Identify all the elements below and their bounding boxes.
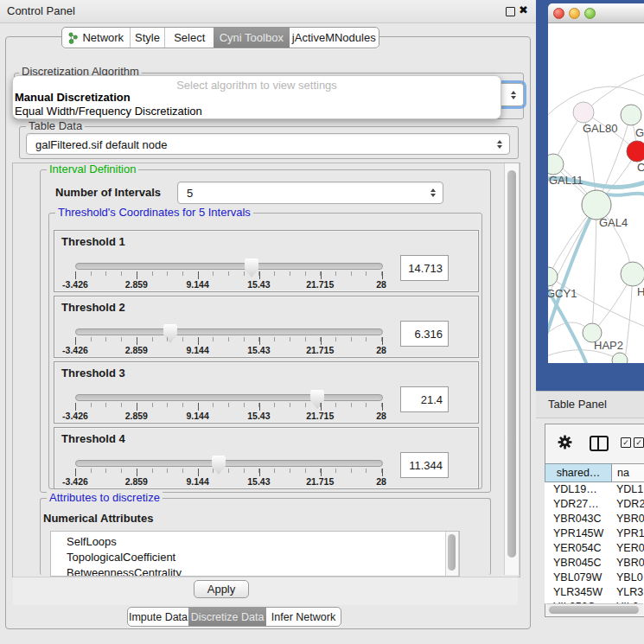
slider-track[interactable] (75, 328, 383, 335)
slider-track[interactable] (75, 263, 383, 270)
tick-label: 28 (376, 476, 386, 487)
threshold-3-label: Threshold 3 (61, 367, 125, 379)
float-window-icon[interactable] (506, 7, 515, 16)
tab-jactivemnodules[interactable]: jActiveMNodules (290, 28, 379, 48)
node-label: C (637, 161, 644, 174)
threshold-1-label: Threshold 1 (61, 235, 125, 248)
tab-network[interactable]: Network (62, 28, 130, 48)
slider-tick-marks (75, 403, 382, 407)
tab-impute-data[interactable]: Impute Data (128, 608, 188, 626)
zoom-traffic-light-icon[interactable] (584, 8, 596, 19)
list-item[interactable]: TopologicalCoefficient (67, 551, 175, 564)
tick-label: 9.144 (186, 411, 208, 421)
tick-label: 28 (376, 345, 386, 355)
node-selected-red[interactable] (627, 141, 644, 162)
list-item[interactable]: BetweennessCentrality (67, 566, 182, 577)
list-item[interactable]: SelfLoops (67, 535, 117, 548)
node-label: GAL4 (599, 216, 628, 229)
number-of-intervals-label: Number of Intervals (55, 186, 161, 199)
tab-discretize-data[interactable]: Discretize Data (188, 608, 266, 626)
table-row[interactable]: YER054CYER0 (545, 541, 644, 556)
tick-label: 2.859 (125, 345, 148, 355)
threshold-1-value-field[interactable]: 14.713 (400, 255, 449, 281)
panel-title: Control Panel (7, 4, 75, 17)
column-header-name[interactable]: na (612, 463, 644, 482)
threshold-4-value-field[interactable]: 11.344 (400, 452, 449, 478)
list-scrollbar[interactable] (445, 532, 459, 576)
control-panel-titlebar: Control Panel ✖ (0, 0, 536, 23)
popup-option-manual[interactable]: Manual Discretization (15, 91, 131, 104)
threshold-3-value-field[interactable]: 21.4 (400, 386, 449, 412)
minimize-traffic-light-icon[interactable] (569, 8, 580, 19)
node-gal80[interactable] (573, 102, 594, 123)
table-horizontal-scrollbar-thumb[interactable] (549, 606, 639, 614)
close-traffic-light-icon[interactable] (553, 8, 564, 19)
number-of-intervals-value: 5 (187, 187, 193, 200)
tick-label: 9.144 (186, 279, 208, 290)
tab-infer-network[interactable]: Infer Network (266, 608, 341, 626)
threshold-1-panel: Threshold 1 -3.426 2.859 9.144 15.43 21.… (54, 230, 479, 292)
threshold-4-label: Threshold 4 (61, 432, 125, 445)
list-scrollbar-thumb[interactable] (448, 534, 456, 571)
column-header-shared-name[interactable]: shared… (545, 463, 612, 482)
apply-button[interactable]: Apply (194, 580, 249, 598)
cyni-mode-tabbar: Impute Data Discretize Data Infer Networ… (127, 607, 341, 627)
split-view-button[interactable] (590, 436, 609, 451)
node-h[interactable] (621, 262, 644, 286)
vertical-scrollbar[interactable] (504, 163, 520, 575)
network-window-titlebar[interactable] (548, 3, 644, 23)
tick-label: -3.426 (62, 345, 88, 355)
table-data-combobox[interactable]: galFiltered.sif default node (26, 133, 510, 155)
close-icon[interactable]: ✖ (519, 3, 528, 16)
slider-tick-marks (75, 337, 382, 341)
table-row[interactable]: YPR145WYPR1 (545, 526, 644, 541)
popup-hint: Select algorithm to view settings (13, 79, 501, 92)
popup-option-equal-width[interactable]: Equal Width/Frequency Discretization (15, 105, 202, 118)
threshold-4-panel: Threshold 4 -3.426 2.859 9.144 15.43 21.… (54, 427, 479, 489)
node-label: H (637, 285, 644, 298)
number-of-intervals-combobox[interactable]: 5 (177, 182, 443, 204)
threshold-2-value-field[interactable]: 6.316 (400, 321, 449, 347)
network-canvas[interactable]: GAL80 GA C GAL11 GAL4 GCY1 H HAP2 (548, 23, 644, 363)
control-panel-tabbar: Network Style Select Cyni Toolbox jActiv… (61, 27, 379, 48)
slider-tick-marks (75, 271, 382, 276)
combo-stepper-icon (497, 140, 502, 149)
node-top-right[interactable] (621, 105, 641, 125)
tab-style[interactable]: Style (130, 28, 165, 48)
table-row[interactable]: YDL19…YDL1 (545, 482, 644, 497)
slider-track[interactable] (75, 394, 383, 401)
node-gal4[interactable] (582, 190, 611, 220)
screen: Control Panel ✖ Network Style Select Cyn… (0, 0, 644, 644)
vertical-scrollbar-thumb[interactable] (507, 170, 516, 558)
tab-cyni-toolbox[interactable]: Cyni Toolbox (214, 28, 290, 48)
tick-label: 21.715 (306, 411, 334, 421)
select-columns-checkbox-icon[interactable]: ✓ (621, 437, 631, 448)
table-row[interactable]: YDR27…YDR2 (545, 497, 644, 512)
table-row[interactable]: YBL079WYBL0 (545, 571, 644, 585)
split-view-icon (597, 437, 599, 450)
table-horizontal-scrollbar[interactable] (546, 603, 643, 615)
tick-label: 2.859 (125, 476, 148, 487)
gear-icon (557, 434, 573, 450)
tab-select[interactable]: Select (164, 28, 214, 48)
node-gal11[interactable] (548, 154, 564, 175)
threshold-3-panel: Threshold 3 -3.426 2.859 9.144 15.43 21.… (54, 361, 479, 424)
select-all-checkbox-icon[interactable]: ✓ (634, 437, 644, 448)
node-gcy1[interactable] (548, 267, 558, 286)
tick-label: -3.426 (62, 411, 88, 421)
table-row[interactable]: YLR345WYLR3 (545, 585, 644, 600)
table-row[interactable]: YBR045CYBR0 (545, 556, 644, 571)
table-data-value: galFiltered.sif default node (35, 137, 167, 150)
tick-label: 21.715 (306, 279, 334, 290)
tick-label: 15.43 (247, 476, 270, 487)
table-panel-titlebar: Table Panel (536, 391, 644, 418)
table-row[interactable]: YBR043CYBR0 (545, 512, 644, 526)
attributes-group-title: Attributes to discretize (47, 492, 163, 504)
tick-label: -3.426 (62, 476, 88, 487)
apply-strip (13, 577, 518, 605)
tick-label: 15.43 (247, 411, 270, 421)
table-settings-button[interactable] (557, 434, 573, 453)
slider-track[interactable] (75, 460, 383, 467)
numerical-attributes-list: SelfLoops TopologicalCoefficient Between… (50, 531, 460, 577)
slider-tick-marks (75, 469, 382, 473)
